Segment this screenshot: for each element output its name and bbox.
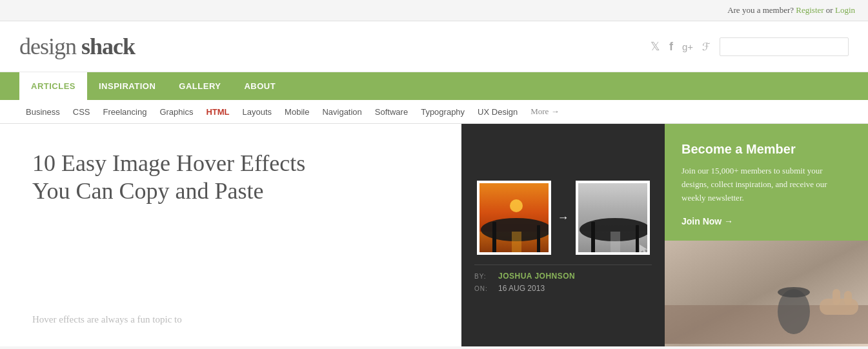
author-name: JOSHUA JOHNSON	[498, 272, 575, 281]
svg-rect-12	[611, 232, 620, 255]
member-text: Are you a member?	[727, 5, 794, 15]
svg-rect-3	[492, 222, 496, 255]
article-date: 16 AUG 2013	[498, 284, 545, 293]
article-excerpt: Hover effects are always a fun topic to	[32, 312, 449, 327]
article-title: 10 Easy Image Hover Effects You Can Copy…	[32, 150, 342, 205]
subnav-layouts[interactable]: Layouts	[236, 101, 279, 123]
sidebar-img-svg	[665, 241, 868, 344]
top-bar: Are you a member? Register or Login	[0, 0, 868, 21]
article-meta: BY: JOSHUA JOHNSON ON: 16 AUG 2013	[474, 264, 652, 303]
nav-gallery[interactable]: GALLERY	[167, 72, 232, 100]
main-nav: ARTICLES INSPIRATION GALLERY ABOUT	[0, 72, 868, 100]
svg-rect-5	[512, 232, 521, 255]
logo[interactable]: design shack	[19, 33, 135, 60]
svg-point-17	[778, 287, 810, 297]
sub-nav: Business CSS Freelancing Graphics HTML L…	[0, 100, 868, 124]
membership-box: Become a Member Join our 15,000+ members…	[665, 124, 868, 241]
subnav-html[interactable]: HTML	[199, 101, 236, 123]
subnav-navigation[interactable]: Navigation	[316, 101, 368, 123]
sidebar: Become a Member Join our 15,000+ members…	[665, 124, 868, 346]
subnav-css[interactable]: CSS	[66, 101, 97, 123]
subnav-mobile[interactable]: Mobile	[278, 101, 316, 123]
nav-articles[interactable]: ARTICLES	[19, 72, 87, 100]
subnav-freelancing[interactable]: Freelancing	[96, 101, 153, 123]
join-button[interactable]: Join Now →	[681, 216, 851, 226]
twitter-icon[interactable]: 𝕏	[651, 39, 660, 54]
sidebar-secondary-image	[665, 241, 868, 346]
by-label: BY:	[474, 273, 490, 280]
image-bw	[576, 181, 650, 255]
svg-rect-11	[636, 225, 639, 255]
article-featured-image: →	[461, 124, 665, 346]
subnav-business[interactable]: Business	[19, 101, 66, 123]
article-section: 10 Easy Image Hover Effects You Can Copy…	[0, 124, 461, 346]
subnav-typography[interactable]: Typography	[414, 101, 471, 123]
logo-part1: design	[19, 34, 81, 59]
subnav-ux-design[interactable]: UX Design	[471, 101, 524, 123]
rss-icon[interactable]: ℱ	[702, 41, 711, 53]
membership-desc: Join our 15,000+ members to submit your …	[681, 165, 851, 204]
svg-rect-10	[591, 222, 595, 255]
image-comparison: →	[477, 181, 650, 255]
subnav-more[interactable]: More →	[524, 100, 565, 123]
header-right: 𝕏 f g+ ℱ	[651, 37, 849, 56]
bw-svg	[578, 183, 650, 255]
membership-title: Become a Member	[681, 142, 851, 157]
login-link[interactable]: Login	[835, 5, 855, 15]
logo-part2: shack	[81, 34, 135, 59]
svg-rect-20	[844, 291, 852, 305]
svg-rect-4	[537, 225, 540, 255]
or-text: or	[826, 5, 835, 15]
svg-point-6	[510, 199, 523, 212]
header: design shack 𝕏 f g+ ℱ	[0, 21, 868, 72]
register-link[interactable]: Register	[796, 5, 823, 15]
subnav-graphics[interactable]: Graphics	[153, 101, 199, 123]
googleplus-icon[interactable]: g+	[682, 41, 693, 52]
nav-inspiration[interactable]: INSPIRATION	[87, 72, 167, 100]
image-color	[477, 181, 551, 255]
svg-rect-19	[833, 289, 840, 305]
sunset-svg	[479, 183, 551, 255]
content-area: 10 Easy Image Hover Effects You Can Copy…	[0, 124, 868, 346]
facebook-icon[interactable]: f	[669, 40, 673, 54]
comparison-arrow: →	[558, 211, 569, 224]
subnav-software[interactable]: Software	[368, 101, 414, 123]
on-label: ON:	[474, 285, 490, 292]
nav-about[interactable]: ABOUT	[232, 72, 287, 100]
search-input[interactable]	[720, 37, 849, 56]
